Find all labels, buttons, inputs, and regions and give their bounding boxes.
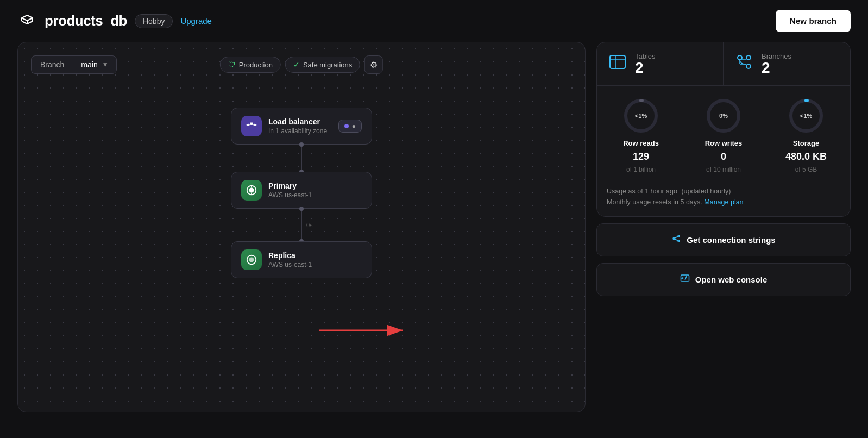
primary-icon [241,180,262,201]
branches-stat: Branches 2 [724,42,850,85]
manage-plan-link[interactable]: Manage plan [704,198,743,206]
connector-1 [301,145,302,172]
branch-value: main [81,60,97,69]
gear-icon: ⚙ [370,60,378,70]
connection-strings-label: Get connection strings [687,235,775,245]
branches-value: 2 [762,60,791,76]
upgrade-link[interactable]: Upgrade [180,16,212,26]
main-content: Branch main ▼ 🛡 Production ✓ Safe migrat… [0,42,868,426]
right-panel: Tables 2 [596,42,851,412]
storage-pct: <1% [800,112,812,119]
resets-note: Monthly usage resets in 5 days. [607,198,702,206]
row-writes-label: Row writes [705,139,743,147]
plan-badge: Hobby [135,14,173,28]
replica-subtitle: AWS us-east-1 [268,261,362,268]
replica-info: Replica AWS us-east-1 [268,251,362,268]
primary-node: Primary AWS us-east-1 [231,172,372,209]
svg-rect-13 [610,55,625,68]
connection-icon [671,234,681,246]
header: products_db Hobby Upgrade New branch [0,0,868,42]
svg-line-4 [251,124,255,124]
branches-icon [734,52,754,76]
storage-gauge: <1% Storage 480.0 KB of 5 GB [768,97,845,173]
status-pills: 🛡 Production ✓ Safe migrations ⚙ [220,55,383,74]
diagram-panel: Branch main ▼ 🛡 Production ✓ Safe migrat… [17,42,586,412]
shield-icon: 🛡 [228,60,236,69]
storage-circle: <1% [787,97,825,135]
connector-dot-top-2 [299,207,304,211]
connector-dot-top-1 [299,142,304,147]
replica-title: Replica [268,251,362,260]
usage-note: Usage as of 1 hour ago (updated hourly) … [597,179,850,216]
load-balancer-toggle[interactable]: ● [338,120,362,133]
svg-point-5 [249,187,254,192]
chevron-down-icon: ▼ [102,61,109,68]
primary-subtitle: AWS us-east-1 [268,191,362,199]
tables-stat: Tables 2 [597,42,724,85]
row-reads-label: Row reads [623,139,659,147]
web-console-label: Open web console [695,275,768,284]
production-label: Production [239,61,273,69]
stats-top: Tables 2 [597,42,850,86]
storage-limit: of 5 GB [795,166,817,173]
gauges-row: <1% Row reads 129 of 1 billion 0% Row wr… [597,86,850,179]
production-pill[interactable]: 🛡 Production [220,57,281,73]
svg-point-17 [746,64,751,68]
svg-point-29 [678,235,680,237]
svg-line-34 [685,276,687,280]
row-reads-pct: <1% [635,112,647,119]
tables-info: Tables 2 [635,52,656,76]
branch-select[interactable]: main ▼ [73,55,116,74]
connector-2: 0s [301,209,302,241]
arrow-annotation [313,320,411,341]
storage-value: 480.0 KB [785,152,827,161]
logo-icon [17,11,37,31]
branch-label: Branch [31,55,73,74]
svg-point-18 [746,55,751,60]
arrow-svg [313,320,411,341]
replica-icon [241,249,262,270]
new-branch-button[interactable]: New branch [776,10,851,32]
primary-title: Primary [268,182,362,190]
replica-node: Replica AWS us-east-1 [231,241,372,278]
load-balancer-title: Load balancer [268,117,332,126]
row-reads-circle: <1% [622,97,660,135]
load-balancer-icon [241,116,262,136]
toggle-dot [344,124,349,128]
svg-point-16 [738,55,742,60]
storage-label: Storage [793,139,819,147]
check-circle-icon: ✓ [293,60,300,69]
db-name: products_db [45,12,127,29]
svg-line-32 [675,239,678,241]
row-writes-pct: 0% [719,112,728,119]
console-icon [680,273,690,286]
usage-note-text: Usage as of 1 hour ago (updated hourly) [607,187,731,195]
row-writes-limit: of 10 million [706,166,741,173]
load-balancer-info: Load balancer In 1 availability zone [268,117,332,135]
load-balancer-subtitle: In 1 availability zone [268,127,332,135]
safe-migrations-label: Safe migrations [303,61,352,69]
connector-line-2: 0s [301,209,302,241]
toggle-label: ● [352,122,356,130]
row-reads-gauge: <1% Row reads 129 of 1 billion [602,97,680,173]
branches-info: Branches 2 [762,52,791,76]
safe-migrations-pill[interactable]: ✓ Safe migrations [285,57,360,73]
web-console-button[interactable]: Open web console [596,263,851,296]
svg-line-31 [675,236,678,238]
connection-strings-button[interactable]: Get connection strings [596,223,851,256]
load-balancer-node: Load balancer In 1 availability zone ● [231,108,372,145]
svg-point-30 [678,240,680,242]
connector-line-1 [301,145,302,172]
tables-icon [608,52,627,76]
diagram-area: Load balancer In 1 availability zone ● [18,86,585,412]
svg-point-9 [249,257,254,262]
row-writes-value: 0 [721,152,726,161]
svg-point-28 [673,238,675,240]
row-reads-limit: of 1 billion [626,166,656,173]
connector-label: 0s [306,222,313,228]
tables-value: 2 [635,60,656,76]
stats-card: Tables 2 [596,42,851,217]
primary-info: Primary AWS us-east-1 [268,182,362,199]
settings-button[interactable]: ⚙ [364,55,383,74]
row-writes-circle: 0% [705,97,743,135]
